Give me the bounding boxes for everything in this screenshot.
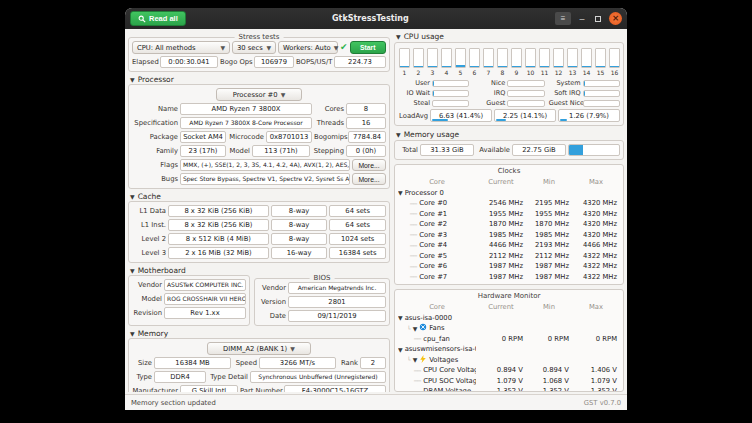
processor-expander[interactable]: ▼ Processor (128, 75, 390, 84)
cpu-core-fill (400, 66, 409, 67)
cpu-core-number: 14 (583, 69, 591, 76)
cpu-usage-expander[interactable]: ▼ CPU usage (394, 31, 624, 42)
collapse-triangle-icon[interactable]: ▼ (413, 325, 418, 332)
memory-usage-expander[interactable]: ▼ Memory usage (394, 129, 624, 140)
clock-core-label: ──Core #0 (398, 199, 476, 207)
memory-usage-row: Total 31.33 GiB Available 22.75 GiB (398, 144, 620, 156)
motherboard-expander[interactable]: ▼ Motherboard (128, 266, 390, 275)
hwmon-leaf-label: ──CPU SOC Voltage (398, 377, 476, 385)
clock-max-value: 4322 MHz (572, 262, 620, 270)
stress-tests-frame: Stress tests CPU: All methods ▼ 30 secs … (128, 37, 390, 72)
maximize-button[interactable] (593, 14, 603, 24)
stress-duration-dropdown[interactable]: 30 secs ▼ (232, 41, 276, 54)
processor-package-row: Package Socket AM4 Microcode 0x8701013 B… (132, 131, 386, 143)
loadavg-fields: 6.63 (41.4%)2.25 (14.1%)1.26 (7.9%) (430, 109, 620, 122)
cpu-stat-label: IO Wait (398, 89, 430, 97)
clocks-row: ──Core #61987 MHz1987 MHz4322 MHz (398, 261, 620, 272)
processor-flags-row: Flags MMX, (+), SSE(1, 2, 3, 3S, 4.1, 4.… (132, 159, 386, 171)
hwmon-subgroup-row[interactable]: └▼Fans (398, 323, 620, 334)
cpu-core-bar: 8 (497, 48, 508, 76)
cpu-stat: Nice (473, 79, 544, 87)
cpu-stat-label: Nice (473, 79, 505, 87)
mem-manufacturer-field: G Skill Intl (180, 385, 238, 392)
hwmon-subgroup-row[interactable]: └▼Voltages (398, 355, 620, 366)
hwmon-group-row[interactable]: ▼asus-isa-0000 (398, 313, 620, 324)
mem-available-field: 22.75 GiB (512, 144, 566, 156)
motherboard-frame: Vendor ASUSTeK COMPUTER INC. Model ROG C… (128, 275, 250, 326)
cpu-core-fill (414, 66, 423, 67)
cpu-stat: User (398, 79, 469, 87)
clock-min-value: 1955 MHz (526, 210, 572, 218)
flags-more-button[interactable]: More... (352, 159, 386, 171)
hwmon-group-label: ▼asuswmisensors-isa-0000 (398, 345, 476, 353)
collapse-triangle-icon[interactable]: ▼ (398, 189, 403, 196)
cpu-core-trough (539, 48, 550, 68)
collapse-triangle-icon[interactable]: ▼ (413, 356, 418, 363)
bogomips-label: Bogomips (314, 133, 346, 141)
read-all-button[interactable]: Read all (130, 11, 186, 26)
flags-field: MMX, (+), SSE(1, 2, 3, 3S, 4.1, 4.2, 4A)… (180, 159, 350, 171)
loadavg-row: LoadAvg 6.63 (41.4%)2.25 (14.1%)1.26 (7.… (398, 109, 620, 122)
processor-family-row: Family 23 (17h) Model 113 (71h) Stepping… (132, 145, 386, 157)
memory-slot-dropdown[interactable]: DIMM_A2 (BANK 1) ▼ (207, 342, 311, 355)
clock-current-value: 1955 MHz (476, 210, 526, 218)
cpu-stat: IRQ (473, 89, 544, 97)
cpu-core-number: 7 (487, 69, 491, 76)
hwmon-min-value: 0.894 V (526, 366, 572, 374)
read-all-label: Read all (149, 14, 178, 23)
memory-usage-frame: Total 31.33 GiB Available 22.75 GiB (394, 140, 624, 160)
threads-label: Threads (314, 119, 344, 127)
bops-label: BOPS/US/T (296, 58, 332, 66)
cpu-core-number: 16 (611, 69, 619, 76)
stress-controls-row: CPU: All methods ▼ 30 secs ▼ Workers: Au… (132, 41, 386, 54)
close-button[interactable]: ✕ (609, 12, 622, 25)
bios-date-label: Date (258, 312, 286, 320)
stress-workers-value: Workers: Auto (283, 44, 331, 52)
memory-usage-header-label: Memory usage (404, 130, 460, 139)
clocks-row: ──Core #21870 MHz1870 MHz4320 MHz (398, 219, 620, 230)
cpu-core-trough (399, 48, 410, 68)
clock-core-text: Core #2 (419, 220, 447, 228)
bios-date-field: 09/11/2019 (288, 310, 386, 322)
bios-title: BIOS (310, 274, 335, 282)
menu-button[interactable]: ≡ (555, 12, 571, 25)
clock-current-value: 4466 MHz (476, 241, 526, 249)
threads-field: 16 (346, 117, 386, 129)
memory-expander[interactable]: ▼ Memory (128, 329, 390, 338)
cpu-core-bar: 15 (595, 48, 606, 76)
cpu-core-number: 10 (527, 69, 535, 76)
left-column: Stress tests CPU: All methods ▼ 30 secs … (128, 31, 390, 392)
bios-version-label: Version (258, 298, 286, 306)
window-title: GtkStressTesting (186, 14, 555, 23)
cpu-core-fill (512, 66, 521, 67)
cache-row-label: L1 Inst. (132, 221, 166, 229)
stress-workers-dropdown[interactable]: Workers: Auto ▼ (278, 41, 338, 54)
cache-row-label: Level 2 (132, 235, 166, 243)
cpu-core-fill (554, 66, 563, 67)
stress-tests-title: Stress tests (235, 33, 284, 41)
chevron-down-icon: ▼ (266, 44, 271, 51)
hwmon-min-value: 0 RPM (526, 335, 572, 343)
clock-core-text: Core #5 (419, 252, 447, 260)
hwmon-sensor-text: CPU SOC Voltage (423, 377, 476, 385)
cpu-core-bar: 3 (427, 48, 438, 76)
processor-selector-dropdown[interactable]: Processor #0 ▼ (216, 88, 302, 101)
cache-expander[interactable]: ▼ Cache (128, 192, 390, 201)
elapsed-field: 0:00:30.041 (160, 56, 218, 68)
cpu-core-number: 13 (569, 69, 577, 76)
loadavg-text: 1.26 (7.9%) (569, 112, 609, 120)
stress-method-dropdown[interactable]: CPU: All methods ▼ (132, 41, 230, 54)
bugs-more-button[interactable]: More... (352, 173, 386, 185)
elapsed-label: Elapsed (132, 58, 158, 66)
collapse-triangle-icon: ▼ (396, 131, 401, 138)
collapse-triangle-icon[interactable]: ▼ (398, 346, 403, 353)
hwmon-group-row[interactable]: ▼asuswmisensors-isa-0000 (398, 344, 620, 355)
stepping-label: Stepping (312, 147, 344, 155)
clock-min-value: 2195 MHz (526, 199, 572, 207)
clocks-group-row[interactable]: ▼Processor 0 (398, 188, 620, 199)
start-button[interactable]: Start (350, 41, 386, 54)
clock-core-label: ──Core #1 (398, 210, 476, 218)
minimize-button[interactable]: – (577, 14, 587, 24)
name-field: AMD Ryzen 7 3800X (180, 103, 312, 115)
collapse-triangle-icon[interactable]: ▼ (398, 314, 403, 321)
